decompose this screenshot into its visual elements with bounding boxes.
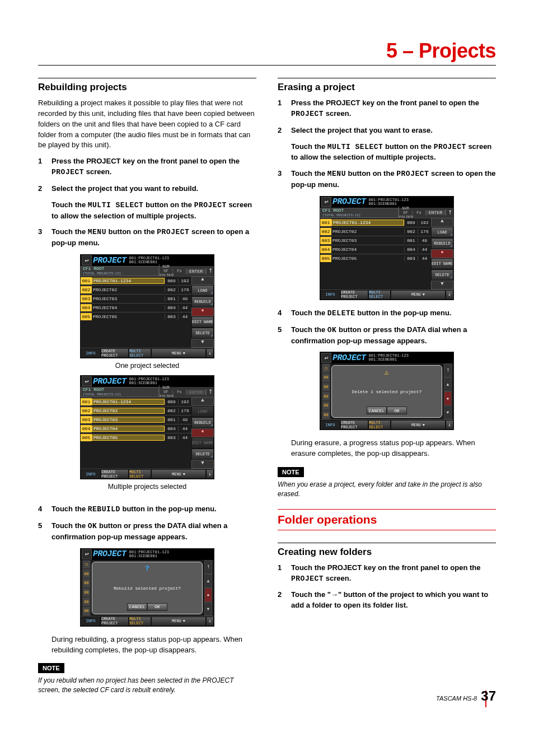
info-button[interactable]: INFO — [81, 348, 101, 358]
enter-button[interactable]: ENTER — [425, 210, 446, 215]
table-row[interactable]: 004PROJECT0400444 — [81, 424, 191, 433]
step-text: Press the PROJECT key on the front panel… — [291, 98, 496, 120]
scroll-down-icon[interactable]: ▼ — [431, 281, 453, 290]
scroll-up-icon[interactable]: ▲ — [204, 574, 212, 588]
scroll-top-icon[interactable]: ⤒ — [204, 560, 212, 574]
t: OK — [327, 326, 337, 334]
enter-button[interactable]: ENTER — [186, 269, 206, 274]
lcd-title: PROJECT — [93, 256, 127, 265]
row-c2: 44 — [418, 256, 431, 261]
scroll-down-icon[interactable]: ▼ — [191, 339, 214, 348]
multi-select-button[interactable]: MULTI SELECT — [368, 290, 391, 300]
menu-edit-name[interactable]: EDIT NAME — [191, 316, 214, 328]
menu-load[interactable]: LOAD↲ — [191, 285, 214, 296]
create-project-button[interactable]: CREATE PROJECT — [340, 420, 368, 430]
scroll-bottom-icon[interactable]: ⤓ — [446, 420, 453, 430]
root-cell[interactable]: CF1 ROOT[TOTAL PROJECTS:12] — [320, 208, 399, 218]
menu-button[interactable]: MENU▼ — [151, 469, 206, 479]
table-row[interactable]: 003PROJECT0300148 — [81, 294, 191, 303]
table-row[interactable]: 001PROJECT01-1234008192 — [81, 276, 191, 285]
root-cell[interactable]: CF1 ROOT[TOTAL PROJECTS:12] — [81, 387, 159, 397]
scroll-mid-icon[interactable]: ● — [204, 588, 212, 602]
multi-select-button[interactable]: MULTI SELECT — [129, 469, 151, 479]
table-row[interactable]: 002PROJECT02002176 — [320, 227, 431, 236]
menu-button[interactable]: MENU▼ — [391, 420, 446, 430]
after-para: During rebuilding, a progress status pop… — [38, 634, 256, 656]
back-icon[interactable]: ↩ — [321, 197, 331, 207]
scroll-down-icon[interactable]: ▼ — [444, 405, 452, 419]
scroll-top-icon[interactable]: ⤒ — [206, 389, 214, 395]
root-cell[interactable]: CF1 ROOT[TOTAL PROJECTS:12] — [81, 266, 159, 276]
create-project-button[interactable]: CREATE PROJECT — [101, 617, 129, 626]
menu-rebuild[interactable]: REBUILD↲ — [191, 417, 214, 428]
back-icon[interactable]: ↩ — [82, 376, 92, 386]
menu-load[interactable]: LOAD↲ — [431, 227, 453, 238]
table-row[interactable]: 002PROJECT02002176 — [81, 285, 191, 294]
multi-select-button[interactable]: MULTI SELECT — [129, 617, 151, 626]
table-row[interactable]: 001PROJECT01-1234008192 — [81, 397, 191, 406]
menu-rebuild[interactable]: REBUILD↲ — [191, 296, 214, 307]
info-button[interactable]: INFO — [81, 469, 101, 479]
menu-delete[interactable]: DELETE↲ — [191, 328, 214, 339]
scroll-top-icon[interactable]: ⤒ — [446, 209, 453, 216]
info-button[interactable]: INFO — [320, 290, 340, 300]
back-icon[interactable]: ↩ — [82, 549, 92, 559]
menu-button[interactable]: MENU▼ — [151, 617, 206, 626]
row-name: PROJECT05 — [92, 314, 165, 319]
scroll-bottom-icon[interactable]: ⤓ — [446, 290, 453, 300]
col-header: Fs — [172, 269, 186, 273]
t: MENU — [88, 228, 106, 236]
menu-edit-name[interactable]: EDIT NAME — [431, 258, 453, 269]
table-row[interactable]: 005PROJECT0500344 — [81, 433, 191, 442]
menu-delete[interactable]: DELETE↲ — [191, 449, 214, 460]
row-c2: 44 — [418, 247, 431, 252]
scroll-mid-icon[interactable]: ● — [431, 249, 453, 258]
t: Touch the " — [291, 590, 331, 599]
table-row[interactable]: 005PROJECT0500344 — [320, 254, 431, 263]
scroll-down-icon[interactable]: ▼ — [191, 460, 214, 469]
cancel-button[interactable]: CANCEL — [127, 603, 147, 611]
info-button[interactable]: INFO — [320, 420, 340, 430]
back-icon[interactable]: ↩ — [82, 255, 92, 265]
ok-button[interactable]: OK — [147, 603, 167, 611]
table-row[interactable]: 003PROJECT0300148 — [81, 415, 191, 424]
scroll-up-icon[interactable]: ▲ — [191, 276, 214, 285]
scroll-mid-icon[interactable]: ● — [191, 428, 214, 437]
scroll-up-icon[interactable]: ▲ — [431, 218, 453, 227]
table-row[interactable]: 005PROJECT0500344 — [81, 312, 191, 321]
scroll-bottom-icon[interactable]: ⤓ — [206, 348, 214, 358]
table-row[interactable]: 003PROJECT0300148 — [320, 236, 431, 245]
row-c2: 176 — [418, 229, 431, 234]
scroll-top-icon[interactable]: ⤒ — [206, 268, 214, 274]
scroll-mid-icon[interactable]: ● — [444, 391, 452, 405]
table-row[interactable]: 004PROJECT0400444 — [320, 245, 431, 254]
scroll-top-icon[interactable]: ⤒ — [444, 363, 452, 377]
menu-delete[interactable]: DELETE↲ — [431, 269, 453, 281]
menu-button[interactable]: MENU▼ — [391, 290, 446, 300]
table-row[interactable]: 001PROJECT01-1234008192 — [320, 218, 431, 227]
row-name: PROJECT02 — [92, 408, 165, 414]
scroll-up-icon[interactable]: ▲ — [191, 397, 214, 406]
scroll-mid-icon[interactable]: ● — [191, 307, 214, 316]
scroll-up-icon[interactable]: ▲ — [444, 377, 452, 391]
multi-select-button[interactable]: MULTI SELECT — [368, 420, 391, 430]
create-project-button[interactable]: CREATE PROJECT — [101, 469, 129, 479]
t: Press the — [291, 99, 326, 107]
info-button[interactable]: INFO — [81, 617, 101, 626]
scroll-down-icon[interactable]: ▼ — [204, 602, 212, 616]
back-icon[interactable]: ↩ — [321, 353, 331, 363]
create-project-button[interactable]: CREATE PROJECT — [101, 348, 129, 358]
menu-rebuild[interactable]: REBUILD↲ — [431, 238, 453, 249]
t: key on the front panel to open the — [362, 563, 480, 572]
create-project-button[interactable]: CREATE PROJECT — [340, 290, 368, 300]
table-row[interactable]: 002PROJECT02002176 — [81, 406, 191, 415]
lcd-project-erase: ↩ PROJECT 001:PROJECT01-123001:SCENE001 … — [320, 196, 454, 300]
note-text: If you rebuild when no project has been … — [38, 676, 256, 695]
ok-button[interactable]: OK — [387, 407, 407, 414]
multi-select-button[interactable]: MULTI SELECT — [129, 348, 151, 358]
cancel-button[interactable]: CANCEL — [367, 407, 387, 414]
menu-button[interactable]: MENU▼ — [151, 348, 206, 358]
scroll-bottom-icon[interactable]: ⤓ — [206, 469, 214, 479]
table-row[interactable]: 004PROJECT0400444 — [81, 303, 191, 312]
scroll-bottom-icon[interactable]: ⤓ — [206, 617, 214, 626]
